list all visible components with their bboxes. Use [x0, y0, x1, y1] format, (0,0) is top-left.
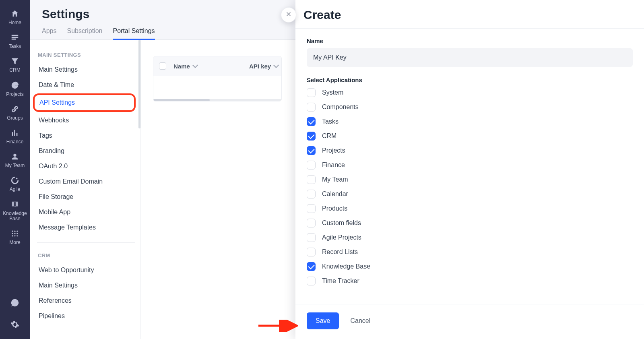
nav-label: Finance [6, 139, 24, 145]
app-checkbox-row[interactable]: Tasks [307, 117, 633, 126]
app-label: CRM [322, 132, 336, 140]
checkbox[interactable] [307, 117, 316, 126]
nav-label: CRM [9, 68, 20, 73]
checkbox[interactable] [307, 204, 316, 213]
checkbox[interactable] [307, 161, 316, 170]
app-checkbox-row[interactable]: Agile Projects [307, 233, 633, 242]
svg-point-6 [17, 233, 18, 234]
app-label: Products [322, 205, 347, 212]
applications-checklist: SystemComponentsTasksCRMProjectsFinanceM… [307, 88, 633, 285]
app-checkbox-row[interactable]: Custom fields [307, 219, 633, 227]
svg-point-9 [17, 235, 18, 236]
app-label: Finance [322, 161, 345, 169]
checkbox[interactable] [307, 233, 316, 242]
sidebar-item-branding[interactable]: Branding [35, 143, 136, 159]
app-checkbox-row[interactable]: My Team [307, 175, 633, 184]
checkbox[interactable] [307, 103, 316, 112]
column-label: Name [173, 63, 190, 70]
section-title-crm: CRM [35, 249, 136, 263]
select-all-checkbox[interactable] [159, 62, 166, 70]
sidebar-item-tags[interactable]: Tags [35, 128, 136, 143]
column-header-name[interactable]: Name [173, 63, 242, 70]
nav-item-knowledgebase[interactable]: Knowledge Base [0, 196, 30, 225]
checkbox[interactable] [307, 190, 316, 198]
agile-icon [10, 176, 20, 185]
checkbox[interactable] [307, 277, 316, 285]
tab-portal-settings[interactable]: Portal Settings [113, 24, 155, 39]
tab-subscription[interactable]: Subscription [67, 24, 102, 39]
sidebar-item-web-to-opportunity[interactable]: Web to Opportunity [35, 263, 136, 278]
app-checkbox-row[interactable]: System [307, 88, 633, 97]
app-label: Custom fields [322, 219, 361, 227]
sidebar-item-file-storage[interactable]: File Storage [35, 189, 136, 205]
nav-item-groups[interactable]: Groups [0, 101, 30, 125]
nav-item-myteam[interactable]: My Team [0, 149, 30, 172]
nav-item-agile[interactable]: Agile [0, 172, 30, 196]
column-header-apikey[interactable]: API key [249, 63, 278, 70]
app-label: Time Tracker [322, 277, 359, 285]
svg-point-0 [16, 178, 18, 180]
app-checkbox-row[interactable]: Time Tracker [307, 277, 633, 285]
app-checkbox-row[interactable]: Knowledge Base [307, 262, 633, 271]
sidebar-item-date-time[interactable]: Date & Time [35, 77, 136, 93]
checkbox[interactable] [307, 248, 316, 256]
nav-item-crm[interactable]: CRM [0, 53, 30, 77]
checkbox[interactable] [307, 132, 316, 141]
horizontal-scroll-thumb[interactable] [153, 99, 210, 101]
horizontal-scrollbar[interactable] [153, 99, 281, 101]
app-checkbox-row[interactable]: Projects [307, 146, 633, 155]
panel-footer: Save Cancel [295, 304, 644, 339]
checkbox[interactable] [307, 219, 316, 227]
sidebar-item-main-settings[interactable]: Main Settings [35, 62, 136, 77]
sidebar-item-webhooks[interactable]: Webhooks [35, 113, 136, 128]
team-icon [10, 152, 20, 161]
nav-item-help[interactable] [0, 298, 30, 309]
app-label: Projects [322, 147, 345, 154]
sidebar-item-references[interactable]: References [35, 293, 136, 308]
app-label: Agile Projects [322, 234, 361, 241]
checkbox[interactable] [307, 262, 316, 271]
app-checkbox-row[interactable]: Record Lists [307, 248, 633, 256]
checkbox[interactable] [307, 88, 316, 97]
create-panel: Create Name Select Applications SystemCo… [295, 0, 644, 339]
nav-label: Home [8, 20, 21, 25]
nav-item-tasks[interactable]: Tasks [0, 29, 30, 53]
name-label: Name [307, 37, 633, 44]
sidebar-item-message-templates[interactable]: Message Templates [35, 220, 136, 235]
sidebar-item-crm-main-settings[interactable]: Main Settings [35, 278, 136, 293]
nav-item-home[interactable]: Home [0, 6, 30, 29]
select-applications-label: Select Applications [307, 76, 633, 83]
app-checkbox-row[interactable]: Components [307, 103, 633, 112]
panel-title: Create [303, 8, 341, 22]
svg-point-5 [14, 233, 15, 234]
sidebar-divider [37, 242, 135, 243]
svg-point-7 [12, 235, 13, 236]
svg-point-2 [14, 230, 15, 232]
sidebar-item-pipelines[interactable]: Pipelines [35, 308, 136, 324]
checkbox[interactable] [307, 146, 316, 155]
sidebar-item-custom-email-domain[interactable]: Custom Email Domain [35, 174, 136, 189]
nav-item-more[interactable]: More [0, 225, 30, 249]
tab-apps[interactable]: Apps [42, 24, 56, 39]
nav-item-finance[interactable]: Finance [0, 125, 30, 149]
nav-label: Projects [6, 92, 23, 97]
left-nav: Home Tasks CRM Projects Groups Finance [0, 0, 30, 339]
finance-icon [10, 128, 20, 138]
close-button[interactable] [281, 7, 296, 23]
sidebar-item-mobile-app[interactable]: Mobile App [35, 205, 136, 220]
save-button[interactable]: Save [307, 312, 339, 329]
app-checkbox-row[interactable]: Finance [307, 161, 633, 170]
app-checkbox-row[interactable]: Calendar [307, 190, 633, 198]
name-input[interactable] [307, 48, 633, 67]
svg-point-1 [12, 230, 13, 232]
app-checkbox-row[interactable]: Products [307, 204, 633, 213]
app-label: Components [322, 103, 359, 111]
app-checkbox-row[interactable]: CRM [307, 132, 633, 141]
cancel-button[interactable]: Cancel [350, 317, 370, 325]
section-title-main: MAIN SETTINGS [35, 49, 136, 62]
nav-item-projects[interactable]: Projects [0, 77, 30, 101]
checkbox[interactable] [307, 175, 316, 184]
sidebar-item-api-settings[interactable]: API Settings [38, 97, 131, 108]
nav-item-settings[interactable] [0, 320, 30, 331]
sidebar-item-oauth[interactable]: OAuth 2.0 [35, 159, 136, 174]
